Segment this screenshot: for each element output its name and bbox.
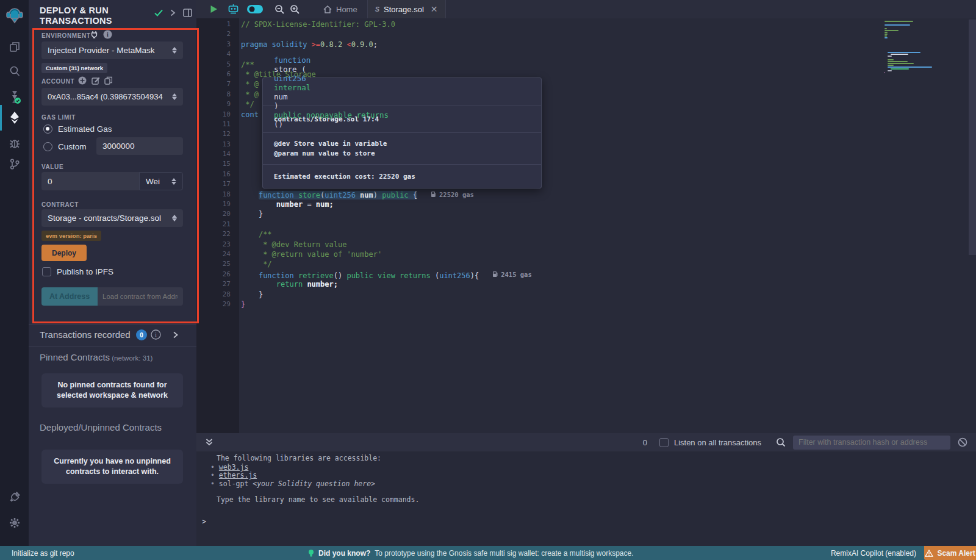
file-explorer-icon[interactable] <box>0 37 29 57</box>
publish-ipfs-checkbox[interactable] <box>42 267 51 276</box>
value-unit-select[interactable]: Wei <box>139 172 183 190</box>
zoom-in-icon[interactable] <box>290 4 300 15</box>
git-icon[interactable] <box>0 154 29 174</box>
line-number: 23 <box>196 240 231 249</box>
chevron-right-icon[interactable] <box>170 9 176 16</box>
library-link[interactable]: ethers.js <box>219 471 257 479</box>
terminal-search-icon[interactable] <box>776 437 786 447</box>
value-label: VALUE <box>41 163 63 170</box>
compile-check-icon[interactable] <box>154 9 163 17</box>
lightbulb-icon <box>308 549 314 558</box>
environment-label: ENVIRONMENT <box>41 32 91 39</box>
custom-gas-label: Custom <box>58 142 87 151</box>
estimated-gas-radio[interactable] <box>43 124 52 134</box>
solidity-compiler-icon[interactable] <box>0 87 29 107</box>
line-number: 5 <box>196 60 231 70</box>
load-contract-input[interactable] <box>98 287 183 306</box>
account-value: 0xA03...85ac4 (0.398673504934 <box>48 92 163 101</box>
custom-gas-radio[interactable] <box>43 142 52 151</box>
network-badge: Custom (31) network <box>41 63 107 73</box>
zoom-out-icon[interactable] <box>274 4 285 15</box>
activity-bar <box>0 0 29 546</box>
at-address-button[interactable]: At Address <box>41 287 98 306</box>
environment-select[interactable]: Injected Provider - MetaMask <box>41 41 183 59</box>
code-line[interactable]: 29} <box>196 300 976 309</box>
scam-alert-button[interactable]: Scam Alert <box>924 546 976 560</box>
select-arrows-icon <box>172 215 177 221</box>
contract-select[interactable]: Storage - contracts/Storage.sol <box>41 209 183 227</box>
clear-console-icon[interactable] <box>958 437 967 447</box>
line-number: 21 <box>196 220 231 229</box>
tab-storage-sol[interactable]: S Storage.sol ✕ <box>367 0 446 18</box>
listen-transactions-label: Listen on all transactions <box>674 438 761 447</box>
code-line[interactable]: 28 } <box>196 290 976 300</box>
line-number: 22 <box>196 229 231 239</box>
line-number: 19 <box>196 199 231 209</box>
terminal-output[interactable]: The following libraries are accessible: … <box>196 451 976 546</box>
transactions-info-icon[interactable]: i <box>151 329 161 340</box>
code-line[interactable]: 23 * @dev Return value <box>196 240 976 249</box>
line-number: 25 <box>196 259 231 269</box>
library-link[interactable]: web3.js <box>219 463 248 472</box>
plugin-manager-icon[interactable] <box>0 487 29 508</box>
code-line[interactable]: 25 */ <box>196 259 976 269</box>
tab-home[interactable]: Home <box>314 0 367 18</box>
value-input[interactable] <box>41 172 139 190</box>
terminal-hint-line: Type the library name to see available c… <box>217 496 419 504</box>
select-arrows-icon <box>171 178 176 185</box>
line-number: 17 <box>196 179 231 189</box>
code-line[interactable]: 24 * @return value of 'number' <box>196 249 976 259</box>
line-number: 26 <box>196 270 231 279</box>
editor-minimap[interactable] <box>884 21 941 74</box>
remix-logo-icon[interactable] <box>0 5 29 26</box>
terminal-prompt[interactable]: > <box>202 518 206 526</box>
line-number: 15 <box>196 159 231 169</box>
custom-gas-input[interactable] <box>96 137 183 155</box>
debugger-icon[interactable] <box>0 133 29 154</box>
code-line[interactable]: 3pragma solidity >=0.8.2 <0.9.0; <box>196 40 976 49</box>
terminal-library-list: web3.jsethers.jssol-gpt <your Solidity q… <box>210 464 375 488</box>
copy-account-icon[interactable] <box>104 76 112 85</box>
code-line[interactable]: 1// SPDX-License-Identifier: GPL-3.0 <box>196 20 976 29</box>
account-select[interactable]: 0xA03...85ac4 (0.398673504934 <box>41 88 183 106</box>
transaction-filter-input[interactable] <box>793 436 950 450</box>
deploy-run-icon[interactable] <box>0 107 29 128</box>
git-init-status[interactable]: Initialize as git repo <box>12 549 74 558</box>
line-number: 2 <box>196 29 231 39</box>
line-number: 9 <box>196 99 231 109</box>
contract-label: CONTRACT <box>41 201 79 208</box>
search-icon[interactable] <box>0 61 29 82</box>
close-tab-icon[interactable]: ✕ <box>431 4 438 14</box>
tooltip-gas-estimate: Estimated execution cost: 22520 gas <box>263 165 541 188</box>
transactions-expand-icon[interactable] <box>173 331 178 339</box>
sign-message-icon[interactable] <box>92 76 100 85</box>
pin-panel-icon[interactable] <box>183 9 192 17</box>
terminal-intro-line: The following libraries are accessible: <box>217 454 381 462</box>
terminal-tx-count: 0 <box>643 438 647 447</box>
gas-limit-label: GAS LIMIT <box>41 114 76 121</box>
deploy-button[interactable]: Deploy <box>41 245 87 261</box>
environment-info-icon[interactable]: i <box>103 30 112 39</box>
account-label: ACCOUNT <box>41 78 74 85</box>
collapse-terminal-icon[interactable] <box>205 438 214 447</box>
line-number: 12 <box>196 129 231 139</box>
run-script-icon[interactable] <box>210 5 218 13</box>
code-line[interactable]: 21 <box>196 220 976 229</box>
create-account-icon[interactable] <box>78 76 87 85</box>
line-number: 6 <box>196 70 231 79</box>
code-line[interactable]: 26 function retrieve() public view retur… <box>196 270 976 279</box>
listen-transactions-checkbox[interactable] <box>659 438 669 447</box>
code-line[interactable]: 18 function store(uint256 num) public {2… <box>196 190 976 199</box>
code-line[interactable]: 19 number = num; <box>196 199 976 209</box>
code-editor[interactable]: 1// SPDX-License-Identifier: GPL-3.023pr… <box>196 18 976 433</box>
copilot-toggle[interactable] <box>246 4 264 14</box>
code-line[interactable]: 27 return number; <box>196 279 976 289</box>
code-line[interactable]: 20 } <box>196 209 976 219</box>
code-line[interactable]: 2 <box>196 29 976 39</box>
plug-icon[interactable] <box>91 31 98 38</box>
ai-copilot-robot-icon[interactable] <box>228 4 239 15</box>
code-line[interactable]: 22 /** <box>196 229 976 239</box>
settings-gear-icon[interactable] <box>0 512 29 533</box>
editor-scrollbar[interactable] <box>969 20 976 255</box>
copilot-status[interactable]: RemixAI Copilot (enabled) <box>831 549 916 558</box>
